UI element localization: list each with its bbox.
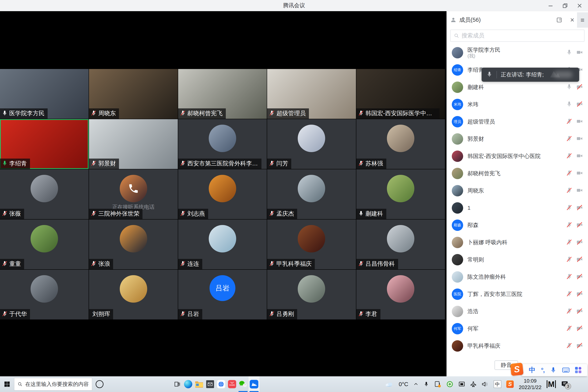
member-row[interactable]: 常明则 xyxy=(447,251,588,268)
member-camera-button[interactable] xyxy=(576,204,583,212)
member-camera-button[interactable] xyxy=(576,101,583,108)
member-camera-button[interactable] xyxy=(576,256,583,264)
ime-chinese-mode-icon[interactable]: 中 xyxy=(529,366,536,374)
member-row[interactable]: 何军 何军 xyxy=(447,320,588,337)
cortana-button[interactable] xyxy=(92,376,107,392)
member-row[interactable]: 浩浩 xyxy=(447,303,588,320)
video-tile[interactable]: 超级管理员 xyxy=(267,69,356,119)
member-mic-button[interactable] xyxy=(566,84,572,91)
restore-icon[interactable] xyxy=(562,3,568,8)
member-row[interactable]: 医学院李方民 (我) xyxy=(447,44,588,61)
member-mic-button[interactable] xyxy=(566,308,572,315)
ime-voice-icon[interactable] xyxy=(550,367,557,374)
video-tile[interactable]: 甲乳科季福庆 xyxy=(267,220,356,269)
member-mic-button[interactable] xyxy=(566,204,572,212)
video-tile[interactable]: 吕岩 吕岩 xyxy=(178,270,267,320)
edge-button[interactable] xyxy=(183,376,194,392)
video-tile[interactable]: 西安市第三医院骨外科李渊... xyxy=(178,119,267,169)
tray-microphone-icon[interactable] xyxy=(424,381,429,387)
video-tile[interactable]: 连连 xyxy=(178,220,267,269)
member-row[interactable]: 邴森 邴森 xyxy=(447,216,588,234)
video-tile[interactable]: 孟庆杰 xyxy=(267,169,356,219)
member-row[interactable]: 周晓东 xyxy=(447,182,588,199)
notification-center-button[interactable]: 3 xyxy=(561,380,568,388)
member-camera-button[interactable] xyxy=(576,135,583,143)
start-button[interactable] xyxy=(0,376,14,392)
member-camera-button[interactable] xyxy=(576,239,583,246)
tray-expand-chevron-icon[interactable] xyxy=(413,382,418,387)
panel-menu-button[interactable]: ≡ xyxy=(577,12,588,28)
temperature-label[interactable]: 0°C xyxy=(399,381,408,388)
member-camera-button[interactable] xyxy=(576,290,583,298)
tablet-mode-icon[interactable] xyxy=(434,381,441,388)
video-tile[interactable]: 苏林强 xyxy=(356,119,445,169)
video-tile[interactable]: 吕昌伟骨科 xyxy=(356,220,445,269)
member-camera-button[interactable] xyxy=(576,325,583,332)
member-row[interactable]: 郭景财 xyxy=(447,130,588,148)
video-tile[interactable]: 周晓东 xyxy=(89,69,178,119)
member-camera-button[interactable] xyxy=(576,222,583,229)
video-tile[interactable]: 李君 xyxy=(356,270,445,320)
member-row[interactable]: 郝晓柯曾宪飞 xyxy=(447,165,588,182)
member-camera-button[interactable] xyxy=(576,273,583,281)
member-mic-button[interactable] xyxy=(566,256,572,263)
video-tile[interactable]: 吕勇刚 xyxy=(267,270,356,320)
member-row[interactable]: 韩国宏-西安国际医学中心医院 xyxy=(447,148,588,165)
antivirus-shield-icon[interactable] xyxy=(446,381,453,388)
video-tile[interactable]: 蒯建科 xyxy=(356,169,445,219)
member-mic-button[interactable] xyxy=(566,118,572,125)
taskbar-clock[interactable]: 10:09 2022/1/22 xyxy=(519,378,542,391)
member-camera-button[interactable] xyxy=(576,170,583,177)
member-mic-button[interactable] xyxy=(566,342,572,350)
member-camera-button[interactable] xyxy=(576,308,583,315)
member-mic-button[interactable] xyxy=(566,136,572,142)
member-camera-button[interactable] xyxy=(576,152,583,160)
member-mic-button[interactable] xyxy=(566,170,572,177)
member-mic-button[interactable] xyxy=(566,291,572,298)
member-mic-button[interactable] xyxy=(566,325,572,332)
video-tile[interactable]: 童童 xyxy=(0,220,88,269)
ime-keyboard-icon[interactable] xyxy=(562,367,570,374)
video-tile[interactable]: 张浪 xyxy=(89,220,178,269)
wechat-button[interactable] xyxy=(238,376,248,392)
mail-button[interactable] xyxy=(204,376,216,392)
member-camera-button[interactable] xyxy=(576,118,583,126)
app-gallery-button[interactable]: HUAWEI xyxy=(226,376,238,392)
airplane-mode-icon[interactable] xyxy=(470,381,476,387)
task-view-button[interactable] xyxy=(172,376,183,392)
member-mic-button[interactable] xyxy=(566,187,572,194)
video-tile[interactable]: 张薇 xyxy=(0,169,88,219)
ime-toolbox-icon[interactable] xyxy=(575,367,581,373)
video-tile[interactable]: 医学院李方民 xyxy=(0,69,88,119)
video-tile[interactable]: 韩国宏-西安国际医学中心... xyxy=(356,69,445,119)
member-row[interactable]: 医院 丁辉，西安市第三医院 xyxy=(447,286,588,303)
weather-cloud-icon[interactable] xyxy=(384,381,394,388)
video-tile[interactable]: 正在接听系统电话 三院神外张世荣 xyxy=(89,169,178,219)
taskbar-search-input[interactable]: 在这里输入你要搜索的内容 xyxy=(14,378,92,390)
member-mic-button[interactable] xyxy=(566,101,572,108)
member-row[interactable]: 陈文浩肿瘤外科 xyxy=(447,268,588,286)
member-row[interactable]: 甲乳科季福庆 xyxy=(447,337,588,354)
member-mic-button[interactable] xyxy=(566,274,572,280)
sogou-tray-icon[interactable]: S xyxy=(506,380,514,388)
member-row[interactable]: 米玮 米玮 xyxy=(447,96,588,113)
member-mic-button[interactable] xyxy=(566,239,572,246)
close-icon[interactable] xyxy=(577,3,582,8)
popout-panel-icon[interactable] xyxy=(556,17,562,23)
m-app-tray-icon[interactable]: M xyxy=(547,380,556,388)
tencent-meeting-button[interactable] xyxy=(248,376,260,392)
member-row[interactable]: 理员 超级管理员 xyxy=(447,113,588,130)
video-tile[interactable]: 于代华 xyxy=(0,270,88,320)
member-mic-button[interactable] xyxy=(566,49,572,56)
sogou-logo-icon[interactable]: S xyxy=(510,362,524,376)
member-row[interactable]: 1 xyxy=(447,199,588,216)
member-list[interactable]: 医学院李方民 (我) 绍青 李绍青 蒯建科 米玮 米玮 理员 超级管理员 xyxy=(447,44,588,354)
video-tile[interactable]: 李绍青 xyxy=(0,119,88,169)
volume-icon[interactable] xyxy=(482,381,489,387)
member-camera-button[interactable] xyxy=(576,342,583,350)
huawei-browser-button[interactable] xyxy=(216,376,226,392)
member-search-input[interactable]: 搜索成员 xyxy=(450,30,584,42)
member-mic-button[interactable] xyxy=(566,222,572,229)
video-tile[interactable]: 刘志燕 xyxy=(178,169,267,219)
video-tile[interactable]: 郝晓柯曾宪飞 xyxy=(178,69,267,119)
